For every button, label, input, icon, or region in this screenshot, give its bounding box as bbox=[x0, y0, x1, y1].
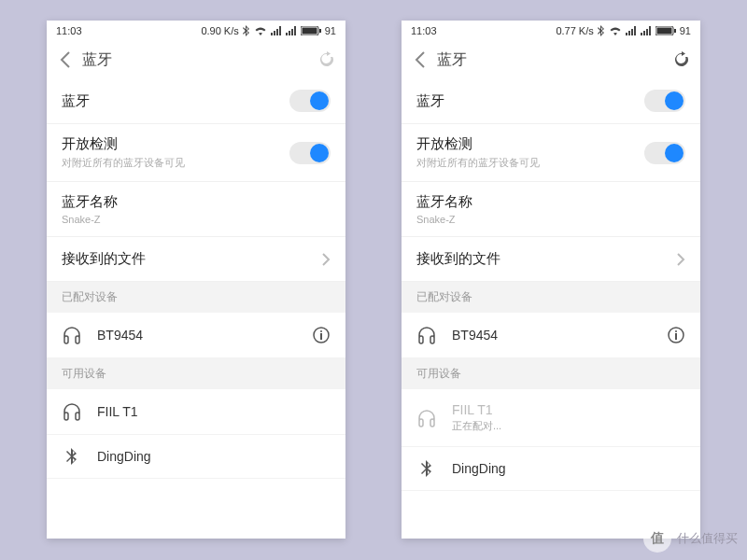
bluetooth-icon bbox=[598, 25, 605, 36]
navbar: 蓝牙 bbox=[402, 41, 700, 78]
back-button[interactable] bbox=[54, 49, 77, 71]
row-bt-name[interactable]: 蓝牙名称 Snake-Z bbox=[47, 182, 345, 237]
status-battery: 91 bbox=[325, 25, 336, 36]
refresh-button[interactable] bbox=[316, 49, 338, 71]
signal-icon-2 bbox=[641, 26, 652, 35]
section-available: 可用设备 bbox=[402, 358, 700, 389]
device-row[interactable]: DingDing bbox=[47, 435, 345, 479]
device-row[interactable]: BT9454 bbox=[402, 313, 700, 358]
discover-toggle[interactable] bbox=[644, 142, 685, 164]
headphones-icon bbox=[417, 326, 436, 344]
svg-rect-2 bbox=[319, 29, 321, 33]
status-speed: 0.77 K/s bbox=[556, 25, 593, 36]
signal-icon bbox=[626, 26, 637, 35]
bluetooth-icon bbox=[421, 460, 432, 477]
row-label: 开放检测 bbox=[62, 135, 289, 153]
row-label: 接收到的文件 bbox=[416, 250, 676, 268]
bluetooth-toggle[interactable] bbox=[644, 90, 685, 112]
watermark: 值 什么值得买 bbox=[643, 525, 738, 553]
bt-name-value: Snake-Z bbox=[62, 214, 331, 225]
refresh-button[interactable] bbox=[670, 49, 693, 71]
bluetooth-icon bbox=[243, 25, 250, 36]
battery-icon bbox=[301, 26, 321, 35]
section-paired: 已配对设备 bbox=[402, 282, 700, 313]
device-name: BT9454 bbox=[97, 328, 297, 343]
row-sub: 对附近所有的蓝牙设备可见 bbox=[416, 156, 644, 170]
device-name: DingDing bbox=[452, 461, 685, 476]
device-row[interactable]: FIIL T1 bbox=[47, 389, 345, 435]
discover-toggle[interactable] bbox=[289, 142, 331, 164]
device-row[interactable]: DingDing bbox=[402, 447, 700, 491]
svg-rect-5 bbox=[320, 333, 322, 340]
row-sub: 对附近所有的蓝牙设备可见 bbox=[62, 156, 289, 170]
battery-icon bbox=[655, 26, 676, 35]
row-bluetooth[interactable]: 蓝牙 bbox=[47, 78, 345, 124]
device-name: BT9454 bbox=[452, 328, 652, 343]
headphones-icon bbox=[417, 409, 436, 427]
row-label: 蓝牙 bbox=[416, 92, 644, 110]
signal-icon-2 bbox=[286, 26, 297, 35]
status-battery: 91 bbox=[680, 25, 691, 36]
info-icon[interactable] bbox=[667, 326, 685, 344]
row-label: 蓝牙名称 bbox=[62, 193, 331, 211]
status-time: 11:03 bbox=[56, 25, 82, 36]
svg-rect-11 bbox=[675, 333, 677, 340]
row-discover[interactable]: 开放检测 对附近所有的蓝牙设备可见 bbox=[402, 124, 700, 182]
bt-name-value: Snake-Z bbox=[416, 214, 685, 225]
watermark-text: 什么值得买 bbox=[677, 530, 738, 547]
wifi-icon bbox=[254, 26, 267, 35]
headphones-icon bbox=[63, 402, 81, 421]
device-name: DingDing bbox=[97, 449, 331, 464]
signal-icon bbox=[271, 26, 282, 35]
phone-right: 11:03 0.77 K/s 91 蓝牙 蓝牙 bbox=[402, 21, 700, 539]
page-title: 蓝牙 bbox=[437, 50, 467, 70]
svg-point-10 bbox=[675, 330, 677, 332]
watermark-badge: 值 bbox=[643, 525, 671, 553]
info-icon[interactable] bbox=[312, 326, 331, 344]
bluetooth-icon bbox=[66, 448, 78, 465]
device-row[interactable]: FIIL T1 正在配对... bbox=[402, 389, 700, 447]
refresh-icon bbox=[318, 51, 335, 68]
chevron-right-icon bbox=[321, 253, 331, 266]
back-button[interactable] bbox=[409, 49, 431, 71]
section-available: 可用设备 bbox=[47, 358, 345, 389]
chevron-left-icon bbox=[60, 51, 71, 68]
status-time: 11:03 bbox=[411, 25, 437, 36]
navbar: 蓝牙 bbox=[47, 41, 345, 78]
page-title: 蓝牙 bbox=[82, 50, 112, 70]
row-discover[interactable]: 开放检测 对附近所有的蓝牙设备可见 bbox=[47, 124, 345, 182]
row-label: 蓝牙名称 bbox=[416, 193, 685, 211]
row-label: 接收到的文件 bbox=[62, 250, 321, 268]
chevron-right-icon bbox=[676, 253, 685, 266]
phone-left: 11:03 0.90 K/s 91 蓝牙 蓝牙 bbox=[47, 21, 345, 539]
svg-rect-1 bbox=[302, 28, 317, 35]
row-bluetooth[interactable]: 蓝牙 bbox=[402, 78, 700, 124]
chevron-left-icon bbox=[415, 51, 426, 68]
section-paired: 已配对设备 bbox=[47, 282, 345, 313]
row-received-files[interactable]: 接收到的文件 bbox=[47, 237, 345, 282]
svg-rect-8 bbox=[674, 29, 676, 33]
svg-rect-7 bbox=[656, 28, 671, 35]
status-speed: 0.90 K/s bbox=[201, 25, 238, 36]
device-name: FIIL T1 bbox=[97, 404, 331, 419]
row-label: 蓝牙 bbox=[62, 92, 289, 110]
wifi-icon bbox=[609, 26, 622, 35]
refresh-icon bbox=[673, 51, 690, 68]
status-bar: 11:03 0.77 K/s 91 bbox=[402, 21, 700, 41]
row-received-files[interactable]: 接收到的文件 bbox=[402, 237, 700, 282]
bluetooth-toggle[interactable] bbox=[289, 90, 331, 112]
svg-point-4 bbox=[320, 330, 322, 332]
device-row[interactable]: BT9454 bbox=[47, 313, 345, 358]
device-name: FIIL T1 bbox=[452, 402, 685, 417]
row-bt-name[interactable]: 蓝牙名称 Snake-Z bbox=[402, 182, 700, 237]
row-label: 开放检测 bbox=[416, 135, 644, 153]
headphones-icon bbox=[63, 326, 81, 344]
device-status: 正在配对... bbox=[452, 419, 685, 433]
status-bar: 11:03 0.90 K/s 91 bbox=[47, 21, 345, 41]
